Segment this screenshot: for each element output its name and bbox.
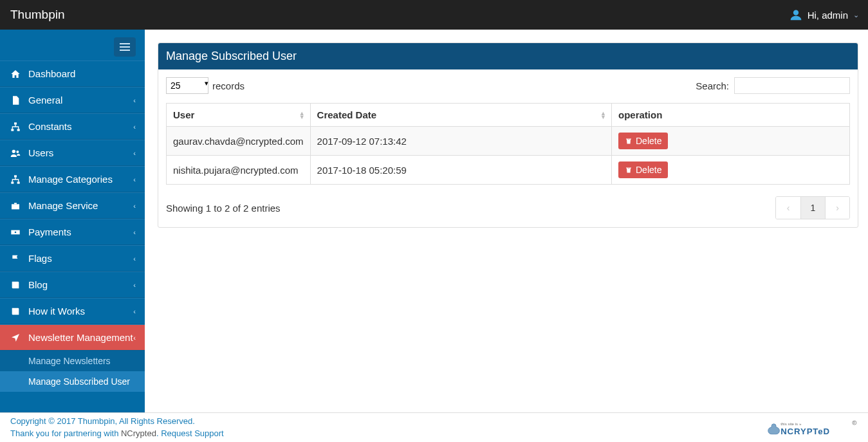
- records-select[interactable]: 25: [166, 77, 208, 94]
- sidebar-subitem-newsletters[interactable]: Manage Newsletters: [0, 351, 145, 371]
- chevron-left-icon: ‹: [133, 123, 136, 131]
- footer-text: Copyright © 2017 Thumbpin, All Rights Re…: [10, 416, 224, 439]
- svg-rect-6: [14, 175, 17, 177]
- sidebar-item-newsletter[interactable]: Newsletter Management ‹: [0, 324, 145, 351]
- svg-point-0: [793, 10, 798, 15]
- home-icon: [10, 69, 21, 79]
- svg-rect-7: [11, 181, 14, 183]
- column-header-operation: operation: [612, 104, 850, 127]
- request-support-link[interactable]: Request Support: [161, 428, 224, 438]
- sort-icon: ▲▼: [299, 111, 305, 119]
- user-greeting: Hi, admin: [808, 10, 848, 21]
- svg-text:NCRYPTeD: NCRYPTeD: [780, 426, 830, 436]
- sidebar-item-service[interactable]: Manage Service ‹: [0, 192, 145, 219]
- chevron-left-icon: ‹: [133, 228, 136, 236]
- sidebar-item-constants[interactable]: Constants ‹: [0, 113, 145, 140]
- pagination-next[interactable]: ›: [825, 197, 849, 219]
- topbar: Thumbpin Hi, admin ⌄: [0, 0, 868, 30]
- search-label: Search:: [696, 80, 729, 91]
- sidebar-item-label: How it Works: [28, 306, 85, 317]
- showing-text: Showing 1 to 2 of 2 entries: [166, 203, 281, 214]
- svg-rect-8: [17, 181, 20, 183]
- sidebar-item-categories[interactable]: Manage Categories ‹: [0, 166, 145, 192]
- cell-operation: Delete: [612, 127, 850, 156]
- svg-rect-3: [17, 129, 20, 131]
- delete-button[interactable]: Delete: [618, 161, 668, 178]
- chevron-left-icon: ‹: [787, 203, 790, 213]
- sidebar-item-users[interactable]: Users ‹: [0, 140, 145, 166]
- trash-icon: [625, 137, 633, 145]
- ncrypted-link[interactable]: NCrypted: [121, 428, 156, 438]
- sidebar-toggle[interactable]: [114, 37, 136, 57]
- sidebar-subitem-label: Manage Newsletters: [28, 356, 111, 366]
- book-icon: [10, 306, 21, 317]
- sidebar-subitem-subscribed-user[interactable]: Manage Subscribed User: [0, 371, 145, 392]
- cell-created: 2017-09-12 07:13:42: [310, 127, 611, 156]
- trash-icon: [625, 166, 633, 174]
- column-header-user[interactable]: User ▲▼: [167, 104, 311, 127]
- sidebar-item-blog[interactable]: Blog ‹: [0, 272, 145, 298]
- panel-title: Manage Subscribed User: [158, 43, 858, 69]
- user-menu[interactable]: Hi, admin ⌄: [790, 8, 859, 21]
- table-row: nishita.pujara@ncrypted.com 2017-10-18 0…: [167, 156, 850, 185]
- sort-icon: ▲▼: [600, 111, 606, 119]
- chevron-left-icon: ‹: [133, 176, 136, 183]
- pagination-page-1[interactable]: 1: [800, 197, 825, 219]
- records-label: records: [212, 80, 245, 91]
- cell-created: 2017-10-18 05:20:59: [310, 156, 611, 185]
- chevron-right-icon: ›: [836, 203, 839, 213]
- sidebar-item-dashboard[interactable]: Dashboard: [0, 60, 145, 87]
- chevron-left-icon: ‹: [133, 149, 136, 157]
- hamburger-icon: [120, 46, 130, 48]
- search-input[interactable]: [734, 77, 850, 94]
- file-icon: [10, 95, 21, 106]
- sidebar-item-label: Flags: [28, 253, 52, 264]
- sidebar-item-howitworks[interactable]: How it Works ‹: [0, 298, 145, 324]
- sidebar: Dashboard General ‹ Constants ‹ Users ‹ …: [0, 30, 145, 412]
- sidebar-item-label: Payments: [28, 226, 71, 237]
- sidebar-item-label: Users: [28, 147, 53, 158]
- chevron-left-icon: ‹: [133, 255, 136, 262]
- sidebar-item-label: Newsletter Management: [28, 332, 133, 343]
- svg-rect-2: [11, 129, 14, 131]
- panel: Manage Subscribed User 25 records Search…: [158, 42, 858, 228]
- flag-icon: [10, 253, 21, 264]
- column-header-created[interactable]: Created Date ▲▼: [310, 104, 611, 127]
- sitemap-icon: [10, 174, 21, 185]
- footer-logo: this site is » NCRYPTeD R: [767, 418, 858, 437]
- copyright: Copyright © 2017 Thumbpin, All Rights Re…: [10, 416, 224, 427]
- cell-operation: Delete: [612, 156, 850, 185]
- footer: Copyright © 2017 Thumbpin, All Rights Re…: [0, 412, 868, 442]
- sidebar-submenu: Manage Newsletters Manage Subscribed Use…: [0, 351, 145, 392]
- sidebar-item-payments[interactable]: Payments ‹: [0, 219, 145, 245]
- book-icon: [10, 280, 21, 290]
- svg-text:R: R: [853, 421, 855, 425]
- sidebar-item-flags[interactable]: Flags ‹: [0, 245, 145, 272]
- svg-point-11: [15, 231, 17, 233]
- cell-user: nishita.pujara@ncrypted.com: [167, 156, 311, 185]
- sidebar-item-label: Manage Service: [28, 200, 98, 211]
- svg-text:this site is »: this site is »: [780, 421, 802, 425]
- sidebar-item-general[interactable]: General ‹: [0, 87, 145, 113]
- chevron-left-icon: ‹: [133, 334, 136, 342]
- cell-user: gaurav.chavda@ncrypted.com: [167, 127, 311, 156]
- svg-point-4: [12, 149, 15, 152]
- location-arrow-icon: [10, 333, 21, 343]
- sidebar-item-label: General: [28, 95, 62, 106]
- sidebar-item-label: Blog: [28, 279, 48, 290]
- pagination-prev[interactable]: ‹: [776, 197, 800, 219]
- records-per-page: 25 records: [166, 77, 245, 94]
- brand-title: Thumbpin: [10, 8, 65, 22]
- sidebar-item-label: Manage Categories: [28, 174, 113, 185]
- sidebar-subitem-label: Manage Subscribed User: [28, 376, 130, 387]
- sidebar-item-label: Dashboard: [28, 68, 75, 79]
- sitemap-icon: [10, 122, 21, 132]
- svg-point-5: [16, 151, 19, 153]
- pagination: ‹ 1 ›: [775, 196, 850, 219]
- chevron-left-icon: ‹: [133, 281, 136, 289]
- svg-rect-1: [14, 122, 17, 124]
- delete-button[interactable]: Delete: [618, 133, 668, 149]
- money-icon: [10, 227, 21, 237]
- chevron-left-icon: ‹: [133, 202, 136, 210]
- svg-rect-9: [12, 204, 19, 209]
